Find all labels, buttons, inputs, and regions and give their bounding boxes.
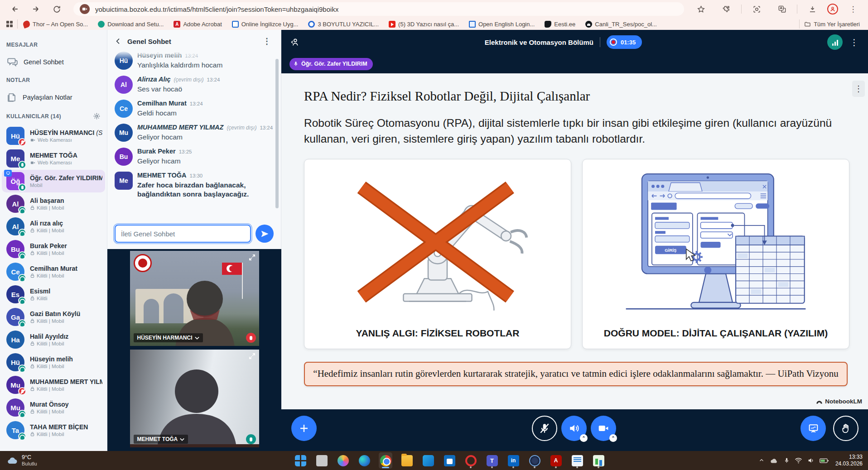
actions-plus-button[interactable] — [291, 416, 317, 441]
taskbar-icon-task-view[interactable] — [315, 452, 328, 469]
user-list-item[interactable]: Ta TAHA MERT BİÇEN Kilitli | Mobil — [0, 419, 107, 441]
user-list-item[interactable]: Ha Halil Ayyıldız Kilitli | Mobil — [0, 328, 107, 351]
eesti-icon — [545, 21, 551, 28]
user-list-item[interactable]: Hü HÜSEYİN HARMANCI (Sen) Web Kamerası — [0, 125, 107, 147]
webcam-button[interactable]: ⌃ — [591, 416, 616, 441]
bookmark-item[interactable]: Download and Setu... — [98, 21, 164, 28]
lens-capture-icon[interactable] — [749, 1, 764, 17]
profile-icon[interactable] — [827, 4, 838, 14]
rings-icon — [308, 21, 315, 28]
webcam-name-label[interactable]: MEHMET TOĞA — [134, 435, 188, 444]
user-list-item[interactable]: Mu MUHAMMED MERT YILMAZ Kilitli | Mobil — [0, 374, 107, 396]
minimize-presentation-button[interactable] — [800, 416, 826, 441]
gear-icon[interactable] — [93, 112, 101, 120]
chat-options-icon[interactable]: ⋮ — [260, 36, 274, 46]
taskbar-icon-opera[interactable] — [464, 452, 477, 469]
onedrive-icon[interactable] — [770, 457, 779, 464]
taskbar-icon-chrome[interactable] — [379, 452, 392, 469]
user-list-item[interactable]: Mu Murat Önsoy Kilitli | Mobil — [0, 396, 107, 419]
taskbar-icon-outlook[interactable] — [421, 452, 435, 469]
taskbar-icon-start[interactable] — [294, 452, 307, 469]
mute-button[interactable] — [532, 416, 557, 441]
tray-expand-icon[interactable] — [758, 457, 765, 464]
taskbar-icon-linkedin[interactable]: in — [506, 452, 520, 469]
chrome-menu-icon[interactable]: ⋮ — [845, 1, 861, 17]
user-list-item[interactable]: Al Ali rıza alıç Kilitli | Mobil — [0, 215, 107, 238]
bookmark-item[interactable]: Eesti.ee — [545, 21, 575, 28]
webcam-name-label[interactable]: HÜSEYİN HARMANCI — [134, 333, 203, 342]
options-menu-icon[interactable]: ⋮ — [847, 37, 861, 48]
volume-icon[interactable] — [807, 457, 815, 464]
audio-button[interactable]: ⌃ — [561, 416, 587, 441]
lock-icon — [30, 318, 35, 324]
taskbar-icon-notes[interactable] — [592, 452, 605, 469]
user-list-item[interactable]: Al Ali başaran Kilitli | Mobil — [0, 192, 107, 215]
back-icon[interactable] — [7, 1, 23, 17]
address-bar[interactable]: yobuictima.bozok.edu.tr/ictima5/html5cli… — [73, 2, 684, 16]
document-icon — [469, 21, 476, 28]
bookmark-star-icon[interactable] — [693, 1, 709, 17]
taskbar-icon-app[interactable] — [528, 452, 541, 469]
avatar: Mu — [6, 398, 24, 417]
battery-icon[interactable] — [820, 458, 829, 464]
chat-input[interactable] — [115, 225, 251, 243]
back-chevron-icon[interactable] — [115, 38, 122, 45]
webcam-video[interactable]: MEHMET TOĞA — [130, 350, 259, 447]
user-list-item[interactable]: Ce Cemilhan Murat Kilitli | Mobil — [0, 260, 107, 283]
taskbar-icon-acrobat[interactable]: A — [549, 452, 563, 469]
raise-hand-button[interactable] — [833, 416, 858, 441]
apps-grid-icon[interactable] — [6, 21, 13, 27]
user-list-item[interactable]: Es Esisml Kilitli — [0, 283, 107, 306]
bookmark-item[interactable]: 3 BOYUTLU YAZICIL... — [308, 21, 379, 28]
bookmark-item[interactable]: AAdobe Acrobat — [174, 21, 222, 28]
webcam-video[interactable]: HÜSEYİN HARMANCI — [130, 251, 259, 346]
reload-icon[interactable] — [49, 1, 64, 17]
presentation-slide[interactable]: ⋮ RPA Nedir? Fiziksel Robotlar Değil, Di… — [281, 73, 868, 409]
taskbar-icon-edge[interactable] — [357, 452, 371, 469]
taskbar-icon-teams[interactable]: T — [485, 452, 499, 469]
bookmark-item[interactable]: Canli_TR_Ses/poc_ol... — [585, 21, 657, 28]
taskbar-icon-store[interactable] — [443, 452, 456, 469]
toggle-userlist-button[interactable] — [289, 37, 299, 47]
tab-sharing-icon — [80, 4, 90, 14]
bookmark-item[interactable]: Thor – An Open So... — [23, 21, 88, 28]
chat-message-list[interactable]: Hü Hüseyin melih13:24 Yanlışlıkla kaldır… — [107, 51, 281, 220]
chat-scrollbar[interactable] — [275, 59, 279, 208]
user-list-item[interactable]: Öğ Öğr. Gör. Zafer YILDIRIM Mobil — [2, 170, 105, 192]
connection-status-icon[interactable] — [827, 34, 843, 50]
bookmark-item[interactable]: Open English Login... — [469, 21, 535, 28]
talking-indicator[interactable]: Öğr. Gör. Zafer YILDIRIM — [289, 58, 373, 70]
user-list-item[interactable]: Me MEHMET TOĞA Web Kamerası — [0, 147, 107, 170]
sidebar-item-public-chat[interactable]: Genel Sohbet — [0, 53, 107, 72]
sidebar-item-shared-notes[interactable]: Paylaşılan Notlar — [0, 88, 107, 107]
extensions-icon[interactable] — [719, 1, 734, 17]
user-list-item[interactable]: Hü Hüseyin melih Kilitli | Mobil — [0, 351, 107, 374]
forward-icon[interactable] — [28, 1, 43, 17]
taskbar-weather[interactable]: 9°CBulutlu — [6, 454, 37, 467]
taskbar-clock[interactable]: 13:33 24.03.2026 — [835, 454, 863, 467]
bookmark-item[interactable]: (5) 3D Yazıcı nasıl ça... — [389, 21, 459, 28]
microphone-icon[interactable] — [784, 457, 790, 464]
all-bookmarks-button[interactable]: Tüm Yer İşaretleri — [804, 21, 860, 28]
translate-icon[interactable] — [774, 1, 790, 17]
left-card-caption: YANLIŞ ALGI: FİZİKSEL ROBOTLAR — [356, 328, 520, 349]
fullscreen-icon[interactable] — [248, 254, 256, 263]
screen: yobuictima.bozok.edu.tr/ictima5/html5cli… — [0, 0, 868, 470]
robot-arm-illustration — [331, 169, 544, 318]
lock-icon — [30, 273, 35, 278]
recording-indicator[interactable]: 01:35 — [607, 35, 642, 49]
whiteboard-options-icon[interactable]: ⋮ — [852, 81, 865, 97]
taskbar-icon-notepad[interactable] — [570, 452, 584, 469]
taskbar-icon-copilot[interactable] — [336, 452, 350, 469]
user-list-item[interactable]: Bu Burak Peker Kilitli | Mobil — [0, 238, 107, 260]
taskbar-icon-file-explorer[interactable] — [400, 452, 414, 469]
wifi-icon[interactable] — [795, 457, 802, 464]
audio-device-caret-icon[interactable]: ⌃ — [580, 434, 588, 442]
fullscreen-icon[interactable] — [248, 352, 256, 362]
camera-device-caret-icon[interactable]: ⌃ — [609, 434, 617, 442]
avatar: Me — [115, 172, 133, 190]
user-list-item[interactable]: Ga Gazi Batın Köylü Kilitli | Mobil — [0, 306, 107, 328]
send-message-button[interactable] — [256, 225, 274, 243]
bookmark-item[interactable]: Online İngilizce Uyg... — [232, 21, 299, 28]
downloads-icon[interactable] — [805, 1, 820, 17]
